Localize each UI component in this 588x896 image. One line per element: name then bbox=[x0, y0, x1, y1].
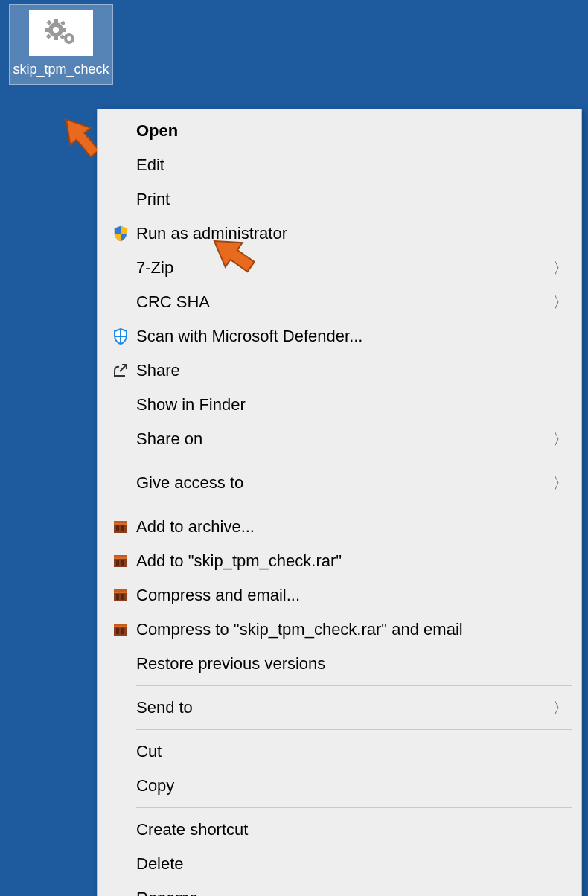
menu-label: Print bbox=[136, 190, 568, 209]
chevron-right-icon: 〉 bbox=[553, 698, 568, 718]
menu-edit[interactable]: Edit bbox=[98, 148, 581, 182]
svg-rect-4 bbox=[62, 28, 66, 32]
menu-restore-previous-versions[interactable]: Restore previous versions bbox=[98, 647, 581, 681]
svg-rect-28 bbox=[121, 594, 124, 600]
menu-separator bbox=[136, 461, 572, 461]
menu-open[interactable]: Open bbox=[98, 114, 581, 148]
svg-rect-24 bbox=[114, 555, 127, 557]
svg-rect-32 bbox=[116, 628, 119, 634]
share-icon bbox=[105, 362, 136, 380]
menu-compress-to-rar-email[interactable]: Compress to "skip_tpm_check.rar" and ema… bbox=[98, 612, 581, 647]
menu-label: Copy bbox=[136, 776, 568, 796]
desktop-file-icon[interactable]: skip_tpm_check bbox=[9, 4, 113, 85]
defender-shield-icon bbox=[105, 327, 136, 345]
menu-show-in-finder[interactable]: Show in Finder bbox=[98, 388, 581, 422]
chevron-right-icon: 〉 bbox=[553, 258, 568, 278]
svg-rect-17 bbox=[116, 525, 119, 531]
menu-label: Restore previous versions bbox=[136, 654, 568, 673]
svg-point-9 bbox=[53, 27, 59, 33]
menu-add-to-archive[interactable]: Add to archive... bbox=[98, 510, 581, 544]
menu-share-on[interactable]: Share on 〉 bbox=[98, 422, 581, 456]
menu-label: 7-Zip bbox=[136, 258, 553, 278]
menu-label: Run as administrator bbox=[136, 224, 568, 243]
desktop-file-label: skip_tpm_check bbox=[11, 62, 111, 78]
uac-shield-icon bbox=[105, 225, 136, 243]
menu-delete[interactable]: Delete bbox=[98, 847, 581, 881]
context-menu: Open Edit Print Run as administrator 7-Z… bbox=[97, 109, 582, 896]
svg-rect-18 bbox=[121, 525, 124, 531]
svg-rect-1 bbox=[54, 19, 58, 24]
menu-separator bbox=[136, 807, 572, 808]
svg-point-11 bbox=[67, 36, 71, 41]
menu-compress-email[interactable]: Compress and email... bbox=[98, 578, 581, 612]
menu-label: Open bbox=[136, 121, 568, 141]
menu-label: Show in Finder bbox=[136, 395, 568, 415]
batch-file-icon bbox=[29, 10, 93, 56]
svg-rect-19 bbox=[114, 521, 127, 523]
menu-send-to[interactable]: Send to 〉 bbox=[98, 691, 581, 725]
chevron-right-icon: 〉 bbox=[553, 473, 568, 493]
menu-label: Cut bbox=[136, 742, 568, 761]
menu-separator bbox=[136, 685, 572, 686]
menu-7zip[interactable]: 7-Zip 〉 bbox=[98, 251, 581, 285]
menu-label: Delete bbox=[136, 854, 568, 874]
svg-rect-29 bbox=[114, 589, 127, 592]
menu-rename[interactable]: Rename bbox=[98, 881, 581, 896]
menu-cut[interactable]: Cut bbox=[98, 735, 581, 769]
svg-rect-3 bbox=[45, 28, 50, 32]
menu-label: Share bbox=[136, 361, 568, 380]
menu-label: Scan with Microsoft Defender... bbox=[136, 327, 568, 346]
menu-label: Create shortcut bbox=[136, 820, 568, 839]
svg-rect-27 bbox=[116, 594, 119, 600]
svg-rect-33 bbox=[121, 628, 124, 634]
winrar-icon bbox=[105, 621, 136, 639]
winrar-icon bbox=[105, 518, 136, 536]
chevron-right-icon: 〉 bbox=[553, 292, 568, 313]
winrar-icon bbox=[105, 552, 136, 570]
menu-label: Edit bbox=[136, 156, 568, 175]
menu-label: Compress to "skip_tpm_check.rar" and ema… bbox=[136, 620, 568, 639]
chevron-right-icon: 〉 bbox=[553, 429, 568, 449]
menu-give-access-to[interactable]: Give access to 〉 bbox=[98, 466, 581, 500]
menu-label: CRC SHA bbox=[136, 292, 553, 312]
menu-add-to-rar[interactable]: Add to "skip_tpm_check.rar" bbox=[98, 544, 581, 578]
winrar-icon bbox=[105, 586, 136, 604]
menu-label: Add to "skip_tpm_check.rar" bbox=[136, 551, 568, 571]
menu-run-as-administrator[interactable]: Run as administrator bbox=[98, 217, 581, 251]
menu-share[interactable]: Share bbox=[98, 353, 581, 388]
menu-separator bbox=[136, 729, 572, 730]
svg-rect-2 bbox=[54, 36, 58, 40]
menu-label: Rename bbox=[136, 889, 568, 896]
svg-rect-22 bbox=[116, 560, 119, 566]
svg-rect-23 bbox=[121, 560, 124, 566]
menu-print[interactable]: Print bbox=[98, 182, 581, 217]
menu-crc-sha[interactable]: CRC SHA 〉 bbox=[98, 285, 581, 319]
menu-create-shortcut[interactable]: Create shortcut bbox=[98, 813, 581, 847]
menu-defender-scan[interactable]: Scan with Microsoft Defender... bbox=[98, 319, 581, 353]
menu-label: Give access to bbox=[136, 473, 553, 493]
menu-label: Add to archive... bbox=[136, 517, 568, 537]
menu-label: Share on bbox=[136, 429, 553, 449]
menu-separator bbox=[136, 505, 572, 505]
menu-label: Compress and email... bbox=[136, 586, 568, 605]
menu-label: Send to bbox=[136, 698, 553, 717]
menu-copy[interactable]: Copy bbox=[98, 769, 581, 803]
svg-rect-34 bbox=[114, 624, 127, 626]
